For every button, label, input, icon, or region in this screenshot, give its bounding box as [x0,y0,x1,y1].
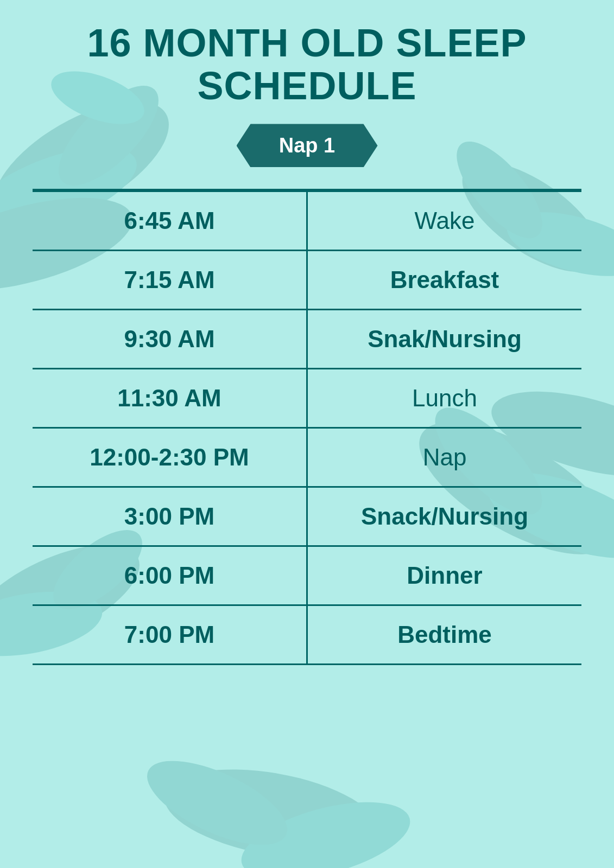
time-cell: 9:30 AM [33,310,307,369]
page-title: 16 MONTH OLD SLEEP SCHEDULE [87,22,527,107]
table-row: 6:00 PMDinner [33,546,581,605]
time-cell: 7:15 AM [33,251,307,310]
activity-cell: Lunch [307,369,582,428]
schedule-table: 6:45 AMWake7:15 AMBreakfast9:30 AMSnak/N… [33,190,581,665]
time-cell: 6:45 AM [33,192,307,251]
table-row: 7:00 PMBedtime [33,605,581,665]
activity-cell: Snack/Nursing [307,487,582,546]
badge-wrapper: Nap 1 [237,124,378,178]
time-cell: 6:00 PM [33,546,307,605]
nap-badge-label: Nap 1 [279,134,335,157]
time-cell: 12:00-2:30 PM [33,428,307,487]
activity-cell: Wake [307,192,582,251]
activity-cell: Breakfast [307,251,582,310]
time-cell: 3:00 PM [33,487,307,546]
table-row: 11:30 AMLunch [33,369,581,428]
activity-cell: Nap [307,428,582,487]
time-cell: 7:00 PM [33,605,307,665]
activity-cell: Dinner [307,546,582,605]
activity-cell: Snak/Nursing [307,310,582,369]
activity-cell: Bedtime [307,605,582,665]
table-row: 7:15 AMBreakfast [33,251,581,310]
table-row: 12:00-2:30 PMNap [33,428,581,487]
nap-badge: Nap 1 [237,124,378,167]
time-cell: 11:30 AM [33,369,307,428]
page-container: 16 MONTH OLD SLEEP SCHEDULE Nap 1 6:45 A… [0,0,614,868]
table-row: 3:00 PMSnack/Nursing [33,487,581,546]
table-row: 9:30 AMSnak/Nursing [33,310,581,369]
table-row: 6:45 AMWake [33,192,581,251]
